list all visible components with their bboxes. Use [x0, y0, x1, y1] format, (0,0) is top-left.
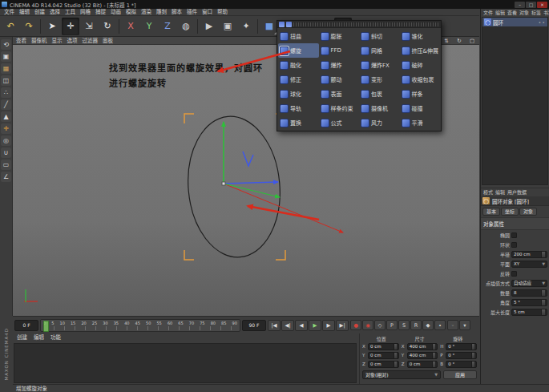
- plane-handle[interactable]: [243, 152, 253, 166]
- object-properties-group[interactable]: 对象属性: [481, 217, 549, 230]
- deformer-item-spline[interactable]: 样条: [400, 87, 441, 101]
- deformer-item-spherify[interactable]: 球化: [278, 87, 319, 101]
- deformer-item-collision[interactable]: 碰撞: [400, 101, 441, 115]
- deformer-item-explosion[interactable]: 爆炸: [319, 58, 360, 72]
- attribute-manager-menu-item[interactable]: 用户数据: [507, 188, 527, 196]
- deformer-item-squash-stretch[interactable]: 挤压&伸展: [400, 43, 441, 58]
- attribute-tab[interactable]: 对象: [519, 208, 537, 216]
- attribute-checkbox[interactable]: [511, 271, 517, 277]
- snap-toggle-icon[interactable]: ◦: [447, 320, 458, 330]
- menubar-item[interactable]: 创建: [34, 9, 45, 15]
- deformer-item-wrap[interactable]: 包裹: [359, 87, 400, 101]
- menubar-item[interactable]: 脚本: [172, 9, 182, 15]
- texture-mode-icon[interactable]: ▦: [1, 63, 11, 74]
- deformer-item-twist[interactable]: 螺旋: [278, 43, 319, 58]
- gizmo-axis-z[interactable]: [224, 182, 278, 184]
- previous-frame-button[interactable]: ◀: [295, 320, 308, 331]
- stepper-handle[interactable]: [394, 362, 397, 367]
- coordinate-field[interactable]: 0 °: [446, 352, 477, 359]
- menubar-item[interactable]: 窗口: [202, 9, 212, 15]
- object-manager-menu-item[interactable]: 查看: [507, 9, 517, 17]
- lock-x-axis-icon[interactable]: X: [122, 18, 139, 35]
- playhead[interactable]: [43, 321, 49, 332]
- attribute-tab[interactable]: 坐标: [501, 208, 519, 216]
- attribute-checkbox[interactable]: [511, 232, 517, 238]
- live-selection-icon[interactable]: ➤: [43, 18, 61, 35]
- next-frame-button[interactable]: ▶: [322, 320, 335, 331]
- lock-y-axis-icon[interactable]: Y: [140, 18, 158, 35]
- stepper-handle[interactable]: [541, 252, 545, 257]
- viewport-menu-item[interactable]: 面板: [103, 37, 113, 44]
- record-position-button[interactable]: P: [386, 320, 398, 330]
- undo-icon[interactable]: ↶: [2, 18, 19, 35]
- deformer-item-shatter[interactable]: 破碎: [400, 58, 441, 72]
- coordinate-field[interactable]: 0 cm: [407, 361, 438, 368]
- menubar-item[interactable]: 网格: [80, 9, 91, 15]
- coordinate-field[interactable]: 400 cm: [407, 343, 438, 350]
- drag-grip[interactable]: [293, 22, 439, 26]
- workplane-mode-icon[interactable]: ◫: [1, 75, 11, 86]
- deformer-item-mesh[interactable]: 网格: [359, 43, 400, 58]
- object-manager-list[interactable]: ◯ 圆环 ∙∙: [482, 17, 548, 185]
- deformer-item-formula[interactable]: 公式: [319, 115, 360, 130]
- viewport-menu-item[interactable]: 查看: [16, 37, 26, 44]
- stepper-handle[interactable]: [541, 300, 545, 305]
- material-menu-item[interactable]: 功能: [50, 333, 61, 342]
- move-tool-icon[interactable]: ✛: [62, 18, 79, 35]
- menubar-item[interactable]: 捕捉: [95, 9, 106, 15]
- menubar-item[interactable]: 雕刻: [156, 9, 167, 15]
- object-manager-menu-item[interactable]: 对象: [519, 9, 529, 17]
- edges-mode-icon[interactable]: ╱: [1, 99, 11, 110]
- render-picture-viewer-icon[interactable]: ▣: [219, 18, 236, 35]
- viewport-menu-item[interactable]: 显示: [52, 37, 63, 44]
- end-frame-field[interactable]: 90 F: [242, 320, 266, 331]
- stepper-handle[interactable]: [432, 362, 435, 367]
- current-frame-field[interactable]: 0 F: [14, 320, 38, 331]
- coordinate-field[interactable]: 400 cm: [407, 352, 438, 359]
- play-button[interactable]: ▶: [309, 320, 321, 331]
- timeline-options-icon[interactable]: ▾: [459, 320, 470, 330]
- attribute-number-field[interactable]: 5 °: [511, 299, 547, 306]
- stepper-handle[interactable]: [541, 290, 545, 296]
- coordinate-field[interactable]: 0 cm: [368, 343, 399, 350]
- redo-icon[interactable]: ↷: [20, 18, 38, 35]
- close-button[interactable]: ✕: [537, 2, 547, 8]
- coordinate-field[interactable]: 0 cm: [368, 352, 399, 359]
- coordinate-system-icon[interactable]: ◍: [177, 18, 195, 35]
- deformer-item-melt[interactable]: 融化: [278, 58, 319, 72]
- viewport-menu-item[interactable]: 选项: [67, 37, 78, 44]
- gizmo-axis-x-long[interactable]: [224, 184, 343, 232]
- object-visibility-toggles[interactable]: ∙∙: [538, 19, 546, 25]
- deformer-menu-header[interactable]: [277, 21, 441, 28]
- attribute-number-field[interactable]: 5 cm: [511, 309, 547, 316]
- attribute-manager-menu-item[interactable]: 模式: [483, 188, 493, 196]
- deformer-item-jiggle[interactable]: 颤动: [319, 72, 360, 87]
- deformer-item-shrink-wrap[interactable]: 收缩包裹: [400, 72, 441, 87]
- apply-button[interactable]: 应用: [443, 370, 477, 379]
- object-manager-menu-item[interactable]: 书签: [543, 9, 549, 17]
- stepper-handle[interactable]: [432, 353, 435, 358]
- enable-axis-icon[interactable]: ✛: [1, 123, 11, 134]
- rotate-tool-icon[interactable]: ↻: [99, 18, 116, 35]
- stepper-handle[interactable]: [394, 353, 397, 358]
- circle-spline-object[interactable]: [183, 112, 286, 261]
- previous-key-button[interactable]: ◀|: [281, 320, 294, 331]
- deformer-item-spline-rail[interactable]: 导轨: [278, 101, 319, 115]
- lock-z-axis-icon[interactable]: Z: [159, 18, 176, 35]
- menubar-item[interactable]: 帮助: [217, 9, 228, 15]
- record-keyframe-button[interactable]: ●: [350, 320, 361, 330]
- record-scale-button[interactable]: S: [398, 320, 410, 330]
- menubar-item[interactable]: 文件: [4, 9, 14, 15]
- menubar-item[interactable]: 模拟: [126, 9, 136, 15]
- object-manager-menu-item[interactable]: 标签: [531, 9, 541, 17]
- deformer-item-morph[interactable]: 变形: [359, 72, 400, 87]
- keyframe-selection-button[interactable]: ◇: [374, 320, 386, 330]
- deformer-item-surface[interactable]: 表面: [319, 87, 360, 101]
- record-parameter-button[interactable]: ◆: [422, 320, 434, 330]
- timeline-ruler[interactable]: 051015202530354045505560657075808590: [40, 319, 240, 332]
- object-manager-menu-item[interactable]: 编辑: [495, 9, 505, 17]
- viewport-dolly-icon[interactable]: ⇅: [442, 37, 450, 44]
- viewport-rotate-icon[interactable]: ↻: [455, 37, 463, 44]
- menubar-item[interactable]: 编辑: [19, 9, 30, 15]
- workplane-lock-icon[interactable]: ▭: [1, 160, 11, 170]
